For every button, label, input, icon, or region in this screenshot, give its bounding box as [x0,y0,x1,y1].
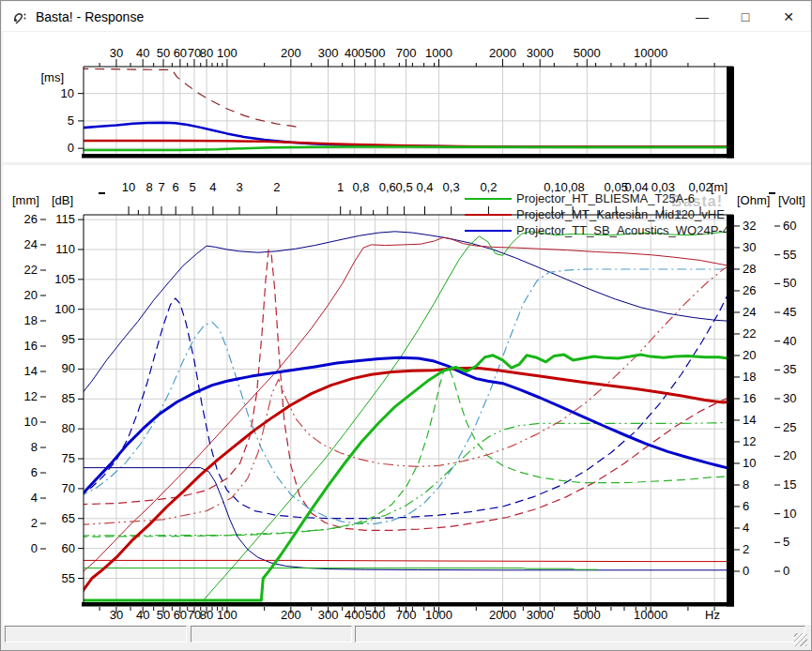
svg-text:55: 55 [783,248,796,262]
svg-text:200: 200 [281,46,301,60]
svg-text:50: 50 [157,46,170,60]
svg-text:70: 70 [62,481,75,495]
svg-text:14: 14 [743,413,756,427]
svg-text:35: 35 [783,362,796,376]
svg-text:0: 0 [783,564,789,578]
svg-text:95: 95 [62,332,75,346]
svg-text:10: 10 [783,507,796,521]
svg-text:2: 2 [31,516,38,530]
svg-text:7: 7 [158,180,164,194]
svg-text:4: 4 [743,521,749,535]
svg-text:40: 40 [783,334,796,348]
svg-text:Projector_MT_Kartesian_Mid120_: Projector_MT_Kartesian_Mid120_vHE [516,207,725,221]
status-panel-2 [191,626,352,643]
svg-text:4: 4 [31,491,38,505]
svg-text:24: 24 [24,237,38,251]
svg-text:700: 700 [396,46,417,60]
svg-text:[mm]: [mm] [12,193,39,207]
minimize-button[interactable]: — [681,2,724,31]
svg-text:30: 30 [110,46,123,60]
svg-text:5: 5 [68,114,74,128]
window-title: Basta! - Response [36,9,144,24]
window-controls: — □ ✕ [681,2,810,31]
svg-text:16: 16 [24,339,38,353]
svg-text:2: 2 [743,542,749,556]
response-charts: 3040506070801002003004005007001000200030… [1,1,812,651]
svg-text:55: 55 [62,571,75,585]
svg-text:26: 26 [24,212,38,226]
svg-text:110: 110 [55,242,75,256]
svg-text:Projector_HT_BLIESMA_T25A-6: Projector_HT_BLIESMA_T25A-6 [516,191,695,205]
app-window: Basta! - Response — □ ✕ 3040506070801002… [0,0,812,651]
title-bar[interactable]: Basta! - Response — □ ✕ [2,2,810,31]
svg-text:[Ohm]: [Ohm] [737,193,770,207]
svg-text:26: 26 [743,283,756,297]
svg-text:6: 6 [743,499,749,513]
basta-app-icon [11,8,28,25]
svg-text:30: 30 [743,240,756,254]
svg-text:0,4: 0,4 [416,180,433,194]
maximize-button[interactable]: □ [724,2,767,31]
svg-text:10: 10 [61,86,74,100]
svg-text:0: 0 [31,541,38,555]
svg-text:15: 15 [783,477,796,492]
svg-text:1000: 1000 [425,46,452,60]
svg-text:60: 60 [62,541,75,555]
svg-text:[ms]: [ms] [40,70,64,84]
svg-text:[dB]: [dB] [52,193,73,207]
svg-text:65: 65 [62,511,75,525]
svg-text:500: 500 [365,46,386,60]
svg-text:0: 0 [743,564,749,578]
svg-text:3: 3 [236,180,242,194]
svg-text:50: 50 [783,276,796,290]
svg-text:105: 105 [54,272,75,286]
svg-text:12: 12 [24,389,38,403]
svg-text:100: 100 [217,46,237,60]
svg-text:0,2: 0,2 [480,180,497,194]
status-bar [1,622,811,650]
svg-text:6: 6 [173,180,179,194]
svg-text:400: 400 [345,46,365,60]
status-panel-3 [355,626,805,643]
svg-text:75: 75 [62,451,75,465]
svg-text:100: 100 [54,302,75,316]
svg-text:10: 10 [743,456,756,470]
svg-text:Hz: Hz [705,608,720,622]
svg-text:4: 4 [209,180,216,194]
status-panel-1 [5,626,187,643]
svg-text:1: 1 [337,180,344,194]
svg-text:60: 60 [783,219,796,233]
svg-text:0,6: 0,6 [379,180,396,194]
svg-text:0,3: 0,3 [443,180,460,194]
svg-text:20: 20 [783,448,796,462]
svg-text:12: 12 [743,434,756,448]
close-button[interactable]: ✕ [767,2,810,31]
svg-text:8: 8 [743,477,749,492]
svg-text:80: 80 [200,46,213,60]
svg-text:20: 20 [743,348,756,362]
svg-text:25: 25 [783,420,796,434]
svg-text:18: 18 [24,313,38,327]
resize-grip[interactable] [794,633,807,646]
svg-text:[m]: [m] [711,180,728,194]
svg-text:30: 30 [783,391,796,405]
svg-text:8: 8 [146,180,152,194]
svg-text:3000: 3000 [527,46,554,60]
svg-text:28: 28 [743,262,756,276]
svg-text:5000: 5000 [574,46,601,60]
svg-text:5: 5 [783,535,789,549]
svg-text:16: 16 [743,391,756,405]
svg-text:0: 0 [68,141,74,155]
svg-text:45: 45 [783,305,796,319]
svg-text:24: 24 [743,305,756,319]
svg-text:22: 22 [743,326,756,341]
svg-text:90: 90 [62,361,75,375]
svg-text:10: 10 [122,180,135,194]
svg-text:2000: 2000 [489,46,516,60]
svg-text:60: 60 [174,46,187,60]
svg-text:0,5: 0,5 [396,180,413,194]
svg-text:22: 22 [24,263,38,277]
svg-text:18: 18 [743,370,756,384]
svg-text:80: 80 [62,421,75,435]
svg-text:[Volt]: [Volt] [778,193,805,207]
